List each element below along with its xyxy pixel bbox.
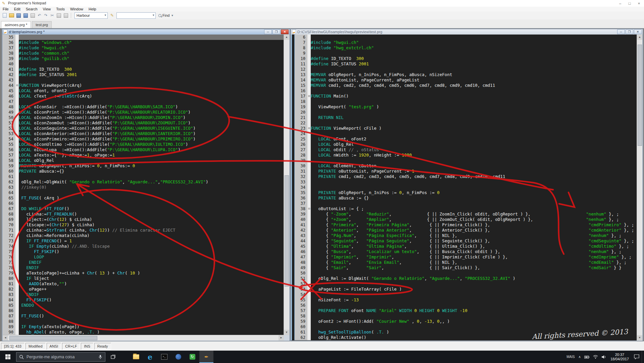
editor-window-test: D:\CVSFiles\hwGUI\samples\hwgui\preview\… (291, 29, 643, 341)
code-text (311, 99, 637, 104)
find-button[interactable]: Find ▼ (158, 13, 174, 17)
menu-item-help[interactable]: Help (86, 7, 99, 11)
code-line: 64 (3, 190, 284, 195)
line-number: 62 (3, 179, 15, 185)
notepad-pen-icon: ✒ (204, 354, 209, 360)
jump-pen-icon[interactable]: ✎ (110, 13, 114, 18)
scrollbar-thumb[interactable] (9, 336, 97, 340)
child-minimize-button[interactable]: ─ (264, 29, 272, 34)
code-text: PRIVATE cmd1, cmd2, cmd3, cmd4, cmd5, cm… (311, 174, 637, 179)
save-all-icon[interactable] (23, 13, 28, 18)
app-icon: ✎ (2, 1, 7, 6)
scroll-up-arrow[interactable]: ▲ (284, 35, 289, 40)
wifi-icon[interactable] (593, 355, 598, 359)
menu-item-file[interactable]: File (0, 7, 11, 11)
taskbar-edge[interactable]: e (143, 351, 157, 363)
line-number: 60 (295, 324, 307, 329)
task-view-button[interactable] (107, 351, 119, 363)
scrollbar-thumb[interactable] (638, 45, 642, 146)
fold-marker-icon[interactable]: ⊟ (15, 83, 19, 88)
line-number: 48 (295, 260, 307, 265)
code-text: LOCAL oIconAnterior:=HIcon():AddFile("P:… (19, 131, 284, 136)
child-maximize-button[interactable]: ❐ (273, 29, 280, 34)
taskbar-programmers-notepad[interactable]: ✒ (199, 351, 213, 363)
scroll-down-arrow[interactable]: ▼ (637, 335, 642, 341)
code-line: 27 LOCAL oEdit // , oStatus (291, 147, 637, 153)
scroll-right-arrow[interactable]: ► (279, 335, 284, 341)
code-text: RETURN NIL (311, 115, 637, 120)
find-text-combo[interactable]: ▼ (116, 12, 156, 19)
hidden-icons-chevron[interactable]: ∧ (579, 355, 581, 359)
tray-more-label[interactable]: MAIS (566, 355, 575, 359)
scheme-combo[interactable]: Harbour ▼ (75, 12, 108, 19)
line-number: 88 (3, 319, 15, 324)
taskbar-console[interactable]: >_ (157, 351, 171, 363)
menu-item-edit[interactable]: Edit (11, 7, 23, 11)
search-placeholder: Pergunte-me alguma coisa (27, 355, 96, 359)
menu-item-view[interactable]: View (40, 7, 54, 11)
menu-item-search[interactable]: Search (23, 7, 40, 11)
taskbar-clock[interactable]: 20:37 18/04/2017 (610, 353, 629, 361)
horizontal-scrollbar[interactable]: ◄ ► (3, 335, 284, 341)
sync-icon: ↻ (190, 354, 195, 360)
fold-marker-icon[interactable]: ⊟ (307, 206, 311, 211)
show-desktop-button[interactable] (642, 351, 644, 363)
fold-margin (15, 72, 19, 77)
child-minimize-button[interactable]: ─ (617, 29, 625, 34)
tab-test-prg[interactable]: test.prg (32, 21, 52, 28)
taskbar-blue-app[interactable] (171, 351, 185, 363)
cut-icon[interactable]: ✂ (50, 13, 55, 18)
open-file-icon[interactable] (9, 13, 14, 17)
battery-icon[interactable] (584, 355, 590, 359)
cortana-search-input[interactable]: Pergunte-me alguma coisa (16, 352, 105, 362)
taskbar-file-explorer[interactable] (129, 351, 143, 363)
code-line: 80 IF lEject (3, 276, 284, 281)
modified-lines-margin (291, 238, 295, 244)
tab-asimoes-prg-[interactable]: asimoes.prg * (1, 21, 31, 28)
code-editor-asimoes[interactable]: 3536#include "windows.ch"37#include "hwg… (3, 35, 284, 335)
line-number: 90 (3, 329, 15, 335)
code-text (311, 51, 637, 56)
scroll-up-arrow[interactable]: ▲ (637, 35, 642, 40)
child-titlebar[interactable]: d:\temp\asimoes.prg * ─ ❐ ✕ (2, 29, 290, 35)
menu-item-tools[interactable]: Tools (53, 7, 67, 11)
line-number: 78 (3, 265, 15, 270)
fold-marker-icon[interactable]: ⊟ (307, 126, 311, 131)
start-button[interactable] (0, 351, 15, 363)
new-file-icon[interactable] (3, 13, 7, 18)
volume-icon[interactable] (601, 355, 606, 359)
copy-icon[interactable] (57, 13, 61, 18)
notification-center-button[interactable] (632, 351, 642, 363)
maximize-button[interactable]: □ (625, 1, 634, 6)
scrollbar-thumb[interactable] (285, 175, 289, 287)
modified-lines-margin (291, 72, 295, 77)
code-editor-test[interactable]: 67#include "hwgui.ch"8#include "hwg_extc… (291, 35, 637, 341)
vertical-scrollbar[interactable]: ▲ ▼ (284, 35, 289, 335)
vertical-scrollbar[interactable]: ▲ ▼ (637, 35, 642, 341)
undo-icon[interactable]: ↶ (37, 13, 42, 18)
taskbar-green-app[interactable]: ↻ (185, 351, 199, 363)
scroll-down-arrow[interactable]: ▼ (284, 330, 289, 335)
app-title: Programmer's Notepad (8, 1, 46, 5)
redo-icon[interactable]: ↷ (43, 13, 48, 18)
paste-icon[interactable] (64, 13, 68, 18)
scroll-left-arrow[interactable]: ◄ (3, 335, 8, 341)
fold-marker-icon[interactable]: ⊟ (307, 94, 311, 99)
child-close-button[interactable]: ✕ (281, 29, 289, 34)
code-line: 89 IF Empty(aTexto[oPage]) (3, 324, 284, 329)
close-button[interactable]: × (634, 1, 644, 6)
child-close-button[interactable]: ✕ (634, 29, 642, 34)
tab-bar: asimoes.prg *test.prg (0, 19, 644, 28)
line-number: 8 (295, 45, 307, 51)
fold-margin (307, 313, 311, 319)
menu-item-window[interactable]: Window (67, 7, 86, 11)
microphone-icon[interactable] (98, 355, 102, 359)
child-maximize-button[interactable]: ❐ (626, 29, 633, 34)
child-titlebar[interactable]: D:\CVSFiles\hwGUI\samples\hwgui\preview\… (291, 29, 643, 35)
save-icon[interactable] (16, 13, 21, 18)
modified-lines-margin (291, 265, 295, 270)
code-line: 86 (3, 308, 284, 313)
close-file-icon[interactable] (31, 13, 35, 18)
code-text (19, 61, 284, 67)
minimize-button[interactable]: – (615, 1, 625, 6)
